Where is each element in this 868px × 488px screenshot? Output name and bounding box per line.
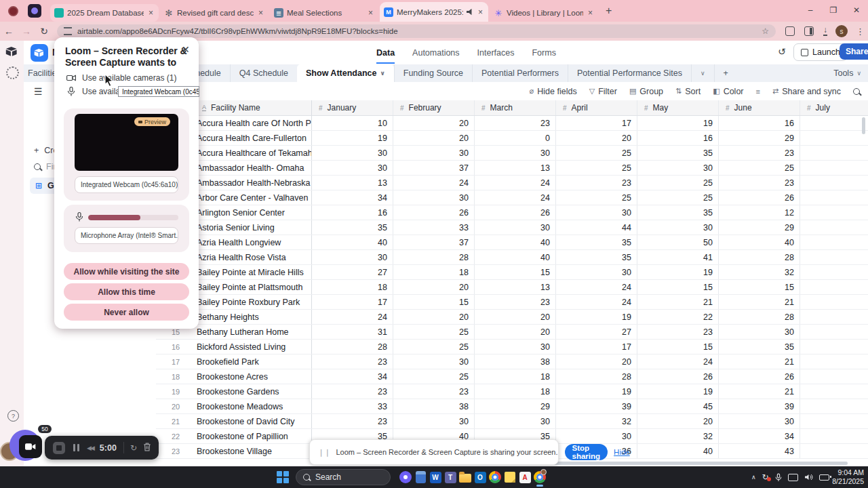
table-row[interactable]: 19Brookestone Gardens232318191921 bbox=[156, 384, 868, 399]
nav-interfaces[interactable]: Interfaces bbox=[477, 48, 515, 58]
cell-value[interactable]: 24 bbox=[475, 190, 556, 205]
cell-value[interactable]: 23 bbox=[312, 354, 393, 369]
drag-handle-icon[interactable]: ❘❘ bbox=[318, 448, 330, 457]
cell-value[interactable]: 20 bbox=[393, 131, 475, 145]
table-row[interactable]: 18Brookestone Acres342518282626 bbox=[156, 369, 868, 384]
cell-value[interactable]: 32 bbox=[556, 414, 637, 428]
cell-value[interactable]: 15 bbox=[719, 280, 800, 294]
new-tab-button[interactable]: + bbox=[606, 5, 612, 17]
cell-value[interactable]: 25 bbox=[719, 161, 800, 175]
cell-value[interactable]: 28 bbox=[719, 310, 800, 324]
cell-value[interactable]: 25 bbox=[393, 325, 475, 339]
cell-value[interactable]: 22 bbox=[637, 310, 719, 324]
cell-value[interactable]: 19 bbox=[637, 265, 719, 279]
cell-value[interactable]: 35 bbox=[719, 340, 800, 354]
cell-value[interactable]: 15 bbox=[637, 280, 719, 294]
cell-value[interactable]: 18 bbox=[475, 384, 556, 399]
cell-value[interactable] bbox=[800, 414, 868, 428]
cell-value[interactable]: 17 bbox=[312, 295, 393, 309]
cell-value[interactable]: 26 bbox=[719, 369, 800, 384]
cell-value[interactable]: 23 bbox=[719, 176, 800, 190]
cell-facility-name[interactable]: Astoria Senior Living bbox=[195, 220, 312, 235]
cell-facility-name[interactable]: Accura Health care Of North Platte bbox=[195, 116, 312, 130]
cell-value[interactable] bbox=[800, 369, 868, 384]
cell-value[interactable]: 26 bbox=[475, 205, 556, 220]
cell-value[interactable]: 12 bbox=[719, 205, 800, 220]
pause-button[interactable] bbox=[73, 444, 79, 451]
cell-value[interactable]: 24 bbox=[556, 280, 637, 294]
cell-value[interactable] bbox=[800, 280, 868, 294]
reload-button[interactable]: ↻ bbox=[35, 26, 53, 37]
cell-value[interactable]: 17 bbox=[556, 116, 637, 130]
maximize-button[interactable]: ❐ bbox=[822, 5, 845, 15]
cell-value[interactable]: 35 bbox=[637, 205, 719, 220]
cell-value[interactable]: 30 bbox=[637, 161, 719, 175]
restart-recording-icon[interactable]: ↻ bbox=[130, 443, 137, 453]
cell-value[interactable]: 30 bbox=[719, 414, 800, 428]
cell-value[interactable]: 23 bbox=[719, 146, 800, 160]
taskbar-search[interactable]: Search bbox=[296, 469, 391, 485]
sort-button[interactable]: ⇅Sort bbox=[675, 87, 701, 96]
cell-value[interactable] bbox=[800, 325, 868, 339]
cell-value[interactable]: 15 bbox=[637, 340, 719, 354]
vertical-scrollbar[interactable] bbox=[862, 117, 865, 134]
cell-value[interactable]: 40 bbox=[312, 235, 393, 249]
close-button[interactable]: ✕ bbox=[845, 5, 868, 15]
start-button-icon[interactable] bbox=[277, 471, 289, 483]
table-tab-funding-source[interactable]: Funding Source bbox=[394, 64, 472, 82]
cell-value[interactable]: 20 bbox=[475, 310, 556, 324]
table-row[interactable]: 4Ambassador Health- Omaha303713253025 bbox=[156, 161, 868, 176]
table-row[interactable]: 8Astoria Senior Living353330443029 bbox=[156, 220, 868, 235]
address-bar[interactable]: airtable.com/appo8e6ADcnFcyw4Z/tblI6Cr98… bbox=[57, 24, 776, 38]
tab-close-icon[interactable]: × bbox=[367, 8, 374, 18]
cell-value[interactable] bbox=[800, 220, 868, 235]
more-tables-chevron-icon[interactable]: ∨ bbox=[691, 64, 714, 82]
bookmark-star-icon[interactable]: ☆ bbox=[762, 26, 769, 36]
taskbar-stickynotes-icon[interactable] bbox=[503, 470, 517, 485]
browser-tab[interactable]: Meal Selections× bbox=[270, 4, 378, 22]
table-row[interactable]: 7Arlington Senior Center162626303512 bbox=[156, 205, 868, 220]
cell-facility-name[interactable]: Brookestone Village bbox=[195, 444, 312, 458]
cell-value[interactable]: 39 bbox=[719, 399, 800, 413]
cell-facility-name[interactable]: Brookestone Meadows bbox=[195, 399, 312, 413]
cell-value[interactable]: 32 bbox=[637, 429, 719, 443]
cell-value[interactable]: 24 bbox=[312, 310, 393, 324]
cell-value[interactable]: 30 bbox=[312, 250, 393, 264]
cell-value[interactable] bbox=[800, 354, 868, 369]
browser-tab[interactable]: MerryMakers 2025: Show A× bbox=[380, 2, 488, 22]
stop-recording-button[interactable] bbox=[53, 442, 65, 454]
never-allow-button[interactable]: Never allow bbox=[64, 304, 189, 321]
cell-value[interactable]: 30 bbox=[475, 146, 556, 160]
cell-value[interactable]: 23 bbox=[475, 295, 556, 309]
table-row[interactable]: 20Brookestone Meadows333829394539 bbox=[156, 399, 868, 414]
cell-value[interactable] bbox=[800, 429, 868, 443]
cell-value[interactable] bbox=[800, 399, 868, 413]
cell-value[interactable]: 32 bbox=[719, 265, 800, 279]
cell-value[interactable]: 20 bbox=[556, 354, 637, 369]
cell-value[interactable]: 16 bbox=[719, 116, 800, 130]
taskbar-chrome-active-icon[interactable] bbox=[533, 470, 547, 485]
cell-value[interactable] bbox=[800, 384, 868, 399]
table-tab-potential-performers[interactable]: Potential Performers bbox=[472, 64, 568, 82]
cell-facility-name[interactable]: Bailey Pointe Roxbury Park bbox=[195, 295, 312, 309]
extensions-icon[interactable] bbox=[785, 26, 795, 36]
cell-value[interactable]: 13 bbox=[475, 280, 556, 294]
column-header-facility-name[interactable]: AFacility Name bbox=[195, 100, 312, 115]
cell-facility-name[interactable]: Bickford Assisted Living bbox=[195, 340, 312, 354]
loom-extension-icon[interactable] bbox=[28, 4, 41, 18]
cell-value[interactable]: 18 bbox=[475, 369, 556, 384]
table-tab-potential-performance-sites[interactable]: Potential Performance Sites bbox=[568, 64, 691, 82]
cell-value[interactable]: 21 bbox=[719, 295, 800, 309]
column-header-march[interactable]: #March bbox=[475, 100, 556, 115]
cell-value[interactable]: 41 bbox=[637, 250, 719, 264]
cell-value[interactable]: 25 bbox=[637, 190, 719, 205]
cell-value[interactable] bbox=[800, 146, 868, 160]
downloads-icon[interactable]: ↓ bbox=[823, 26, 827, 36]
view-sidebar-toggle-icon[interactable]: ☰ bbox=[34, 86, 43, 97]
cell-value[interactable]: 30 bbox=[637, 220, 719, 235]
cell-value[interactable]: 28 bbox=[556, 369, 637, 384]
taskbar-loom-icon[interactable] bbox=[399, 470, 412, 485]
minimize-button[interactable]: – bbox=[799, 5, 822, 15]
table-row[interactable]: 3Accura Healthcare of Tekamah30303025352… bbox=[156, 146, 868, 161]
cell-value[interactable]: 17 bbox=[556, 340, 637, 354]
